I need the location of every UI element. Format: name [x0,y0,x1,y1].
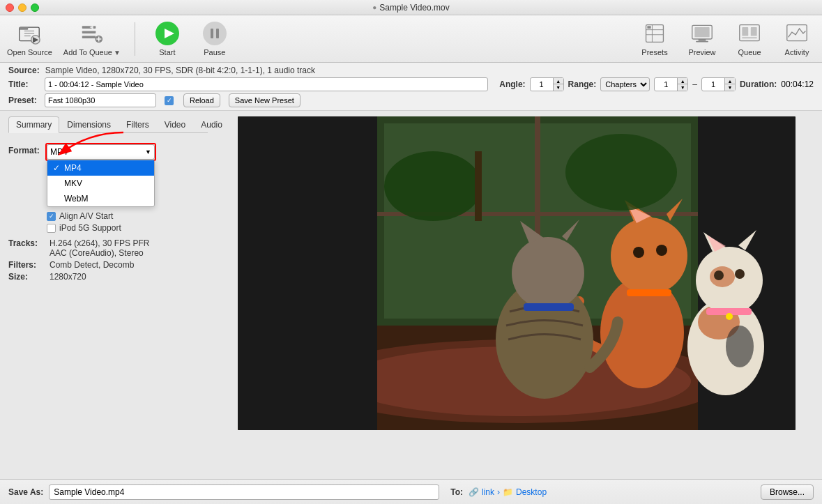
tab-dimensions[interactable]: Dimensions [59,116,119,133]
preset-checkbox[interactable]: ✓ [165,96,174,105]
filters-value: Comb Detect, Decomb [50,260,134,270]
tab-filters[interactable]: Filters [119,116,157,133]
duration-label: Duration: [740,79,777,89]
align-av-row: ✓ Align A/V Start [47,211,208,221]
range-end-value[interactable] [702,80,724,89]
left-panel: Summary Dimensions Filters Video Audio S… [0,111,216,479]
presets-label: Presets [641,48,667,56]
destination-folder: Desktop [516,487,547,497]
format-chevron-icon: ▼ [145,148,151,155]
activity-button[interactable]: Activity [779,21,815,56]
video-container: FirmI PLOX [238,116,796,430]
svg-rect-55 [524,303,574,311]
options-group: ✓ Align A/V Start iPod 5G Support [47,211,208,233]
range-start-up[interactable]: ▲ [678,78,687,84]
add-to-queue-button[interactable]: Add To Queue ▼ [63,21,121,56]
folder-icon2: 📁 [503,487,513,497]
preview-button[interactable]: Preview [684,21,720,56]
tracks-label: Tracks: [8,238,47,258]
folder-icon: 🔗 [469,487,479,497]
presets-icon [642,21,667,46]
svg-rect-27 [696,41,708,43]
reload-button[interactable]: Reload [183,93,220,107]
svg-point-67 [735,269,745,279]
svg-rect-8 [82,31,96,33]
angle-up-button[interactable]: ▲ [554,78,563,84]
title-input[interactable] [45,77,488,91]
add-to-queue-label: Add To Queue [63,48,112,56]
svg-rect-23 [647,26,650,29]
format-label: Format: [8,144,47,155]
svg-marker-13 [89,25,93,29]
range-start-stepper[interactable]: ▲ ▼ [654,77,688,91]
range-start-down[interactable]: ▼ [678,84,687,91]
angle-group: Angle: ▲ ▼ Range: Chapters ▲ ▼ – [499,77,814,91]
save-new-preset-button[interactable]: Save New Preset [229,93,300,107]
destination-link: link [482,487,494,497]
svg-point-58 [726,326,754,367]
format-option-webm[interactable]: WebM [47,191,154,206]
browse-button[interactable]: Browse... [761,484,814,500]
open-source-icon: ▶ [17,21,42,46]
destination[interactable]: 🔗 link › 📁 Desktop [469,487,547,497]
svg-point-16 [203,22,227,45]
tab-video[interactable]: Video [157,116,193,133]
close-button[interactable] [6,3,14,12]
preview-icon [690,21,715,46]
bottom-bar: Save As: To: 🔗 link › 📁 Desktop Browse..… [0,479,822,504]
svg-point-52 [512,237,584,310]
open-source-button[interactable]: ▶ Open Source [7,21,52,56]
start-label: Start [159,48,175,56]
start-icon [155,21,180,46]
svg-point-49 [656,245,667,256]
start-button[interactable]: Start [149,21,185,56]
presets-button[interactable]: Presets [637,21,673,56]
queue-label: Queue [738,48,761,56]
range-end-down[interactable]: ▼ [725,84,735,91]
tabs-container: Summary Dimensions Filters Video Audio S… [8,116,208,133]
save-as-input[interactable] [49,484,439,500]
svg-rect-29 [742,27,748,36]
range-type-select[interactable]: Chapters [600,77,650,91]
toolbar-right: Presets Preview [637,21,815,56]
title-text: Sample Video.mov [379,3,450,13]
tab-summary[interactable]: Summary [8,116,59,133]
angle-stepper[interactable]: ▲ ▼ [530,77,564,91]
queue-button[interactable]: Queue [731,21,768,56]
preset-input[interactable] [45,93,156,107]
format-dropdown-menu: ✓ MP4 MKV WebM [47,160,155,207]
queue-icon [737,21,762,46]
format-mkv-label: MKV [64,178,82,188]
format-option-mp4[interactable]: ✓ MP4 [47,160,154,176]
angle-down-button[interactable]: ▼ [554,84,563,91]
svg-point-66 [714,270,724,280]
minimize-button[interactable] [18,3,26,12]
svg-point-68 [384,151,482,221]
range-end-stepper[interactable]: ▲ ▼ [701,77,736,91]
preset-label: Preset: [8,96,39,105]
save-as-label: Save As: [8,487,43,497]
format-row: Format: MP4 ▼ ✓ MP4 [8,144,208,160]
svg-point-48 [633,247,644,258]
maximize-button[interactable] [31,3,39,12]
add-to-queue-icon [79,21,105,46]
format-webm-label: WebM [64,194,88,204]
range-end-up[interactable]: ▲ [725,78,735,84]
format-option-mkv[interactable]: MKV [47,176,154,191]
align-av-checkbox[interactable]: ✓ [47,212,56,221]
svg-rect-7 [82,26,96,29]
format-mp4-label: MP4 [64,163,82,173]
range-label: Range: [568,79,597,89]
size-value: 1280x720 [50,272,86,282]
angle-label: Angle: [499,79,525,89]
format-select[interactable]: MP4 ▼ [47,144,155,160]
range-start-value[interactable] [655,80,677,89]
angle-value[interactable] [531,80,553,89]
title-row: Title: Angle: ▲ ▼ Range: Chapters ▲ ▼ [8,77,814,91]
pause-button[interactable]: Pause [197,21,233,56]
svg-rect-1 [20,27,28,30]
source-row: Source: Sample Video, 1280x720, 30 FPS, … [8,66,814,75]
duration-value: 00:04:12 [781,79,814,89]
open-source-label: Open Source [7,48,52,56]
ipod-checkbox[interactable] [47,224,56,233]
